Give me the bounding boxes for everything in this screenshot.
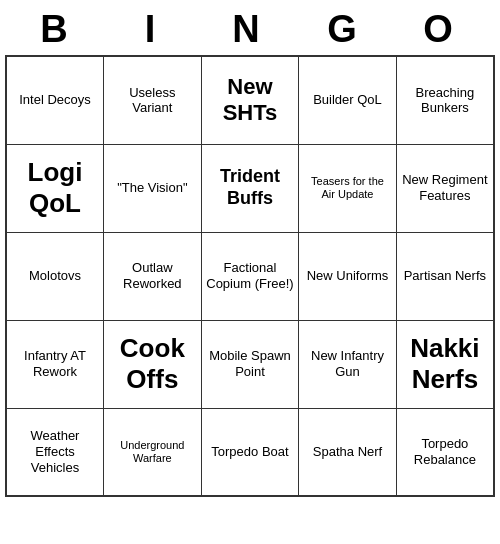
cell-r4-c1: Underground Warfare	[104, 408, 202, 496]
cell-r4-c3: Spatha Nerf	[299, 408, 396, 496]
bingo-title: B I N G O	[0, 0, 500, 55]
cell-r1-c4: New Regiment Features	[396, 144, 494, 232]
cell-r4-c2: Torpedo Boat	[201, 408, 299, 496]
title-g: G	[298, 8, 394, 51]
cell-r1-c2: Trident Buffs	[201, 144, 299, 232]
cell-r2-c4: Partisan Nerfs	[396, 232, 494, 320]
cell-r3-c1: Cook Offs	[104, 320, 202, 408]
title-n: N	[202, 8, 298, 51]
cell-r4-c4: Torpedo Rebalance	[396, 408, 494, 496]
cell-r1-c3: Teasers for the Air Update	[299, 144, 396, 232]
cell-r3-c3: New Infantry Gun	[299, 320, 396, 408]
cell-r1-c1: "The Vision"	[104, 144, 202, 232]
title-o: O	[394, 8, 490, 51]
cell-r3-c4: Nakki Nerfs	[396, 320, 494, 408]
cell-r3-c2: Mobile Spawn Point	[201, 320, 299, 408]
cell-r1-c0: Logi QoL	[6, 144, 104, 232]
bingo-grid: Intel DecoysUseless VariantNew SHTsBuild…	[5, 55, 495, 497]
cell-r2-c1: Outlaw Reworked	[104, 232, 202, 320]
cell-r2-c3: New Uniforms	[299, 232, 396, 320]
cell-r2-c2: Factional Copium (Free!)	[201, 232, 299, 320]
cell-r3-c0: Infantry AT Rework	[6, 320, 104, 408]
cell-r2-c0: Molotovs	[6, 232, 104, 320]
cell-r0-c3: Builder QoL	[299, 56, 396, 144]
cell-r0-c4: Breaching Bunkers	[396, 56, 494, 144]
title-i: I	[106, 8, 202, 51]
cell-r4-c0: Weather Effects Vehicles	[6, 408, 104, 496]
cell-r0-c1: Useless Variant	[104, 56, 202, 144]
cell-r0-c2: New SHTs	[201, 56, 299, 144]
title-b: B	[10, 8, 106, 51]
cell-r0-c0: Intel Decoys	[6, 56, 104, 144]
